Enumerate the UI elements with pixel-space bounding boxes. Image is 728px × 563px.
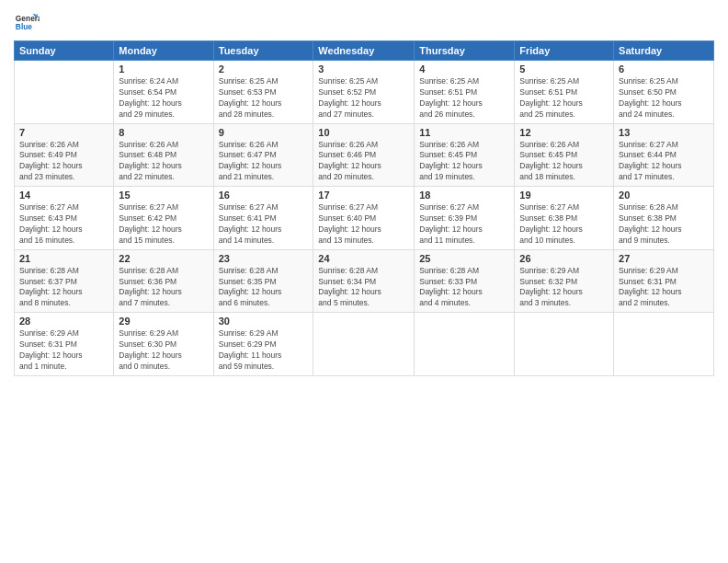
calendar-cell: 4Sunrise: 6:25 AM Sunset: 6:51 PM Daylig… [415, 61, 515, 124]
day-info: Sunrise: 6:26 AM Sunset: 6:49 PM Dayligh… [19, 140, 108, 184]
day-number: 2 [219, 63, 309, 75]
calendar-cell: 13Sunrise: 6:27 AM Sunset: 6:44 PM Dayli… [614, 123, 714, 187]
day-number: 8 [119, 127, 208, 138]
calendar-cell: 9Sunrise: 6:26 AM Sunset: 6:47 PM Daylig… [213, 123, 313, 187]
calendar-cell: 8Sunrise: 6:26 AM Sunset: 6:48 PM Daylig… [114, 123, 213, 187]
day-number: 20 [619, 190, 709, 201]
calendar-cell: 19Sunrise: 6:27 AM Sunset: 6:38 PM Dayli… [515, 187, 614, 250]
day-info: Sunrise: 6:29 AM Sunset: 6:31 PM Dayligh… [619, 266, 709, 310]
day-info: Sunrise: 6:26 AM Sunset: 6:45 PM Dayligh… [419, 140, 509, 184]
day-info: Sunrise: 6:26 AM Sunset: 6:48 PM Dayligh… [119, 140, 208, 184]
calendar-cell: 10Sunrise: 6:26 AM Sunset: 6:46 PM Dayli… [313, 123, 415, 187]
day-header-tuesday: Tuesday [213, 41, 313, 61]
day-info: Sunrise: 6:27 AM Sunset: 6:43 PM Dayligh… [19, 202, 108, 247]
day-header-wednesday: Wednesday [313, 41, 415, 61]
calendar-cell: 30Sunrise: 6:29 AM Sunset: 6:29 PM Dayli… [213, 313, 313, 376]
day-header-friday: Friday [515, 41, 614, 61]
calendar-header-row: SundayMondayTuesdayWednesdayThursdayFrid… [15, 41, 714, 61]
day-info: Sunrise: 6:27 AM Sunset: 6:39 PM Dayligh… [419, 202, 509, 247]
calendar-week-row: 14Sunrise: 6:27 AM Sunset: 6:43 PM Dayli… [15, 187, 714, 250]
day-info: Sunrise: 6:25 AM Sunset: 6:52 PM Dayligh… [318, 76, 409, 121]
day-number: 6 [619, 63, 709, 75]
calendar-cell [15, 61, 114, 124]
day-header-thursday: Thursday [415, 41, 515, 61]
calendar-cell: 22Sunrise: 6:28 AM Sunset: 6:36 PM Dayli… [114, 249, 213, 313]
calendar-cell: 16Sunrise: 6:27 AM Sunset: 6:41 PM Dayli… [213, 187, 313, 250]
day-number: 13 [619, 127, 709, 138]
day-number: 14 [19, 190, 108, 201]
day-header-saturday: Saturday [614, 41, 714, 61]
calendar-cell: 5Sunrise: 6:25 AM Sunset: 6:51 PM Daylig… [515, 61, 614, 124]
calendar-cell: 7Sunrise: 6:26 AM Sunset: 6:49 PM Daylig… [15, 123, 114, 187]
day-info: Sunrise: 6:28 AM Sunset: 6:34 PM Dayligh… [318, 266, 409, 310]
calendar-cell: 28Sunrise: 6:29 AM Sunset: 6:31 PM Dayli… [15, 313, 114, 376]
day-info: Sunrise: 6:28 AM Sunset: 6:37 PM Dayligh… [19, 266, 108, 310]
calendar-cell: 17Sunrise: 6:27 AM Sunset: 6:40 PM Dayli… [313, 187, 415, 250]
day-number: 16 [219, 190, 309, 201]
calendar-cell: 3Sunrise: 6:25 AM Sunset: 6:52 PM Daylig… [313, 61, 415, 124]
calendar-cell: 12Sunrise: 6:26 AM Sunset: 6:45 PM Dayli… [515, 123, 614, 187]
day-info: Sunrise: 6:28 AM Sunset: 6:33 PM Dayligh… [419, 266, 509, 310]
day-info: Sunrise: 6:27 AM Sunset: 6:38 PM Dayligh… [519, 202, 609, 247]
day-info: Sunrise: 6:27 AM Sunset: 6:40 PM Dayligh… [318, 202, 409, 247]
calendar-week-row: 1Sunrise: 6:24 AM Sunset: 6:54 PM Daylig… [15, 61, 714, 124]
calendar-table: SundayMondayTuesdayWednesdayThursdayFrid… [14, 40, 714, 376]
logo: General Blue [14, 9, 40, 35]
calendar-cell: 23Sunrise: 6:28 AM Sunset: 6:35 PM Dayli… [213, 249, 313, 313]
calendar-cell: 2Sunrise: 6:25 AM Sunset: 6:53 PM Daylig… [213, 61, 313, 124]
day-info: Sunrise: 6:29 AM Sunset: 6:32 PM Dayligh… [519, 266, 609, 310]
calendar-cell: 29Sunrise: 6:29 AM Sunset: 6:30 PM Dayli… [114, 313, 213, 376]
calendar-cell: 11Sunrise: 6:26 AM Sunset: 6:45 PM Dayli… [415, 123, 515, 187]
day-info: Sunrise: 6:26 AM Sunset: 6:46 PM Dayligh… [318, 140, 409, 184]
day-number: 15 [119, 190, 208, 201]
day-info: Sunrise: 6:25 AM Sunset: 6:50 PM Dayligh… [619, 76, 709, 121]
svg-text:Blue: Blue [16, 22, 32, 31]
day-number: 22 [119, 253, 208, 264]
calendar-cell: 25Sunrise: 6:28 AM Sunset: 6:33 PM Dayli… [415, 249, 515, 313]
calendar-cell: 20Sunrise: 6:28 AM Sunset: 6:38 PM Dayli… [614, 187, 714, 250]
day-number: 24 [318, 253, 409, 264]
day-number: 26 [519, 253, 609, 264]
day-number: 12 [519, 127, 609, 138]
day-info: Sunrise: 6:25 AM Sunset: 6:51 PM Dayligh… [419, 76, 509, 121]
day-number: 17 [318, 190, 409, 201]
day-info: Sunrise: 6:27 AM Sunset: 6:42 PM Dayligh… [119, 202, 208, 247]
day-number: 10 [318, 127, 409, 138]
day-info: Sunrise: 6:26 AM Sunset: 6:47 PM Dayligh… [219, 140, 309, 184]
day-info: Sunrise: 6:25 AM Sunset: 6:53 PM Dayligh… [219, 76, 309, 121]
calendar-cell [313, 313, 415, 376]
calendar-cell: 6Sunrise: 6:25 AM Sunset: 6:50 PM Daylig… [614, 61, 714, 124]
calendar-cell: 27Sunrise: 6:29 AM Sunset: 6:31 PM Dayli… [614, 249, 714, 313]
day-number: 4 [419, 63, 509, 75]
day-info: Sunrise: 6:25 AM Sunset: 6:51 PM Dayligh… [519, 76, 609, 121]
day-number: 21 [19, 253, 108, 264]
day-info: Sunrise: 6:29 AM Sunset: 6:30 PM Dayligh… [119, 328, 208, 373]
day-info: Sunrise: 6:28 AM Sunset: 6:35 PM Dayligh… [219, 266, 309, 310]
day-info: Sunrise: 6:28 AM Sunset: 6:38 PM Dayligh… [619, 202, 709, 247]
calendar-week-row: 21Sunrise: 6:28 AM Sunset: 6:37 PM Dayli… [15, 249, 714, 313]
day-number: 23 [219, 253, 309, 264]
day-number: 25 [419, 253, 509, 264]
day-info: Sunrise: 6:26 AM Sunset: 6:45 PM Dayligh… [519, 140, 609, 184]
day-number: 28 [19, 316, 108, 327]
page-header: General Blue [14, 9, 714, 35]
day-number: 30 [219, 316, 309, 327]
day-number: 29 [119, 316, 208, 327]
logo-icon: General Blue [14, 9, 40, 35]
day-number: 9 [219, 127, 309, 138]
day-number: 11 [419, 127, 509, 138]
calendar-cell: 1Sunrise: 6:24 AM Sunset: 6:54 PM Daylig… [114, 61, 213, 124]
calendar-cell [614, 313, 714, 376]
day-info: Sunrise: 6:29 AM Sunset: 6:29 PM Dayligh… [219, 328, 309, 373]
day-number: 19 [519, 190, 609, 201]
calendar-cell: 18Sunrise: 6:27 AM Sunset: 6:39 PM Dayli… [415, 187, 515, 250]
day-number: 3 [318, 63, 409, 75]
day-info: Sunrise: 6:27 AM Sunset: 6:44 PM Dayligh… [619, 140, 709, 184]
day-number: 18 [419, 190, 509, 201]
calendar-cell [515, 313, 614, 376]
calendar-week-row: 28Sunrise: 6:29 AM Sunset: 6:31 PM Dayli… [15, 313, 714, 376]
day-number: 5 [519, 63, 609, 75]
day-number: 7 [19, 127, 108, 138]
calendar-cell: 21Sunrise: 6:28 AM Sunset: 6:37 PM Dayli… [15, 249, 114, 313]
day-number: 27 [619, 253, 709, 264]
